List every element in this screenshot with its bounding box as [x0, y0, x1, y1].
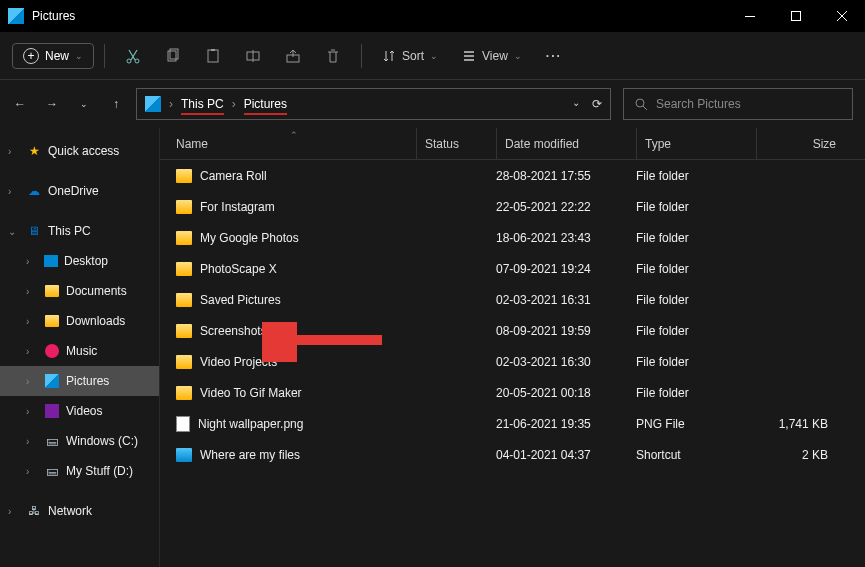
file-type: File folder [636, 200, 756, 214]
sidebar-item-documents[interactable]: ›Documents [0, 276, 159, 306]
chevron-right-icon[interactable]: › [8, 506, 20, 517]
table-row[interactable]: My Google Photos18-06-2021 23:43File fol… [160, 222, 865, 253]
close-button[interactable] [819, 0, 865, 32]
sidebar-item-downloads[interactable]: ›Downloads [0, 306, 159, 336]
sidebar-item-my-stuff-d-[interactable]: ›🖴My Stuff (D:) [0, 456, 159, 486]
sidebar-item-music[interactable]: ›Music [0, 336, 159, 366]
new-button[interactable]: + New ⌄ [12, 43, 94, 69]
file-name: Night wallpaper.png [198, 417, 303, 431]
maximize-button[interactable] [773, 0, 819, 32]
folder-icon [176, 293, 192, 307]
view-icon [462, 49, 476, 63]
sort-indicator-icon: ⌃ [290, 130, 298, 140]
address-bar[interactable]: › This PC › Pictures ⌄ ⟳ [136, 88, 611, 120]
up-button[interactable]: ↑ [108, 97, 124, 111]
sidebar-item-label: OneDrive [48, 184, 99, 198]
table-row[interactable]: For Instagram22-05-2021 22:22File folder [160, 191, 865, 222]
recent-button[interactable]: ⌄ [76, 99, 92, 109]
table-row[interactable]: Screenshots08-09-2021 19:59File folder [160, 315, 865, 346]
table-row[interactable]: Saved Pictures02-03-2021 16:31File folde… [160, 284, 865, 315]
folder-icon [176, 262, 192, 276]
file-date: 04-01-2021 04:37 [496, 448, 636, 462]
file-name: Screenshots [200, 324, 267, 338]
sidebar-item-onedrive[interactable]: ›☁OneDrive [0, 176, 159, 206]
sidebar-item-network[interactable]: ›🖧Network [0, 496, 159, 526]
view-button[interactable]: View ⌄ [452, 40, 532, 72]
cut-button[interactable] [115, 40, 151, 72]
rename-button[interactable] [235, 40, 271, 72]
refresh-button[interactable]: ⟳ [592, 97, 602, 111]
folder-icon [176, 169, 192, 183]
chevron-right-icon[interactable]: › [8, 186, 20, 197]
chevron-down-icon[interactable]: ⌄ [8, 226, 20, 237]
column-date[interactable]: Date modified [496, 128, 636, 159]
chevron-down-icon: ⌄ [75, 51, 83, 61]
sidebar-item-label: Desktop [64, 254, 108, 268]
chevron-right-icon[interactable]: › [26, 376, 38, 387]
column-type[interactable]: Type [636, 128, 756, 159]
chevron-right-icon[interactable]: › [26, 316, 38, 327]
address-dropdown-button[interactable]: ⌄ [572, 97, 580, 111]
file-list: Name ⌃ Status Date modified Type Size Ca… [160, 128, 865, 567]
chevron-down-icon: ⌄ [430, 51, 438, 61]
table-row[interactable]: Camera Roll28-08-2021 17:55File folder [160, 160, 865, 191]
sort-button[interactable]: Sort ⌄ [372, 40, 448, 72]
chevron-right-icon[interactable]: › [26, 346, 38, 357]
chevron-right-icon[interactable]: › [26, 466, 38, 477]
column-size[interactable]: Size [756, 128, 836, 159]
sidebar: ›★Quick access›☁OneDrive⌄🖥This PC›Deskto… [0, 128, 160, 567]
share-button[interactable] [275, 40, 311, 72]
svg-line-12 [643, 106, 647, 110]
separator [361, 44, 362, 68]
svg-rect-7 [211, 49, 215, 51]
table-row[interactable]: Video Projects02-03-2021 16:30File folde… [160, 346, 865, 377]
more-button[interactable]: ··· [536, 40, 572, 72]
table-row[interactable]: Where are my files04-01-2021 04:37Shortc… [160, 439, 865, 470]
delete-button[interactable] [315, 40, 351, 72]
sidebar-item-this-pc[interactable]: ⌄🖥This PC [0, 216, 159, 246]
back-button[interactable]: ← [12, 97, 28, 111]
chevron-right-icon[interactable]: › [26, 436, 38, 447]
forward-button[interactable]: → [44, 97, 60, 111]
chevron-right-icon[interactable]: › [26, 256, 38, 267]
file-type: File folder [636, 386, 756, 400]
sidebar-item-videos[interactable]: ›Videos [0, 396, 159, 426]
file-date: 08-09-2021 19:59 [496, 324, 636, 338]
minimize-button[interactable] [727, 0, 773, 32]
nav-row: ← → ⌄ ↑ › This PC › Pictures ⌄ ⟳ Search … [0, 80, 865, 128]
column-headers: Name ⌃ Status Date modified Type Size [160, 128, 865, 160]
plus-icon: + [23, 48, 39, 64]
sidebar-item-label: Quick access [48, 144, 119, 158]
column-status[interactable]: Status [416, 128, 496, 159]
file-type: File folder [636, 355, 756, 369]
search-placeholder: Search Pictures [656, 97, 741, 111]
search-input[interactable]: Search Pictures [623, 88, 853, 120]
separator [104, 44, 105, 68]
chevron-right-icon[interactable]: › [8, 146, 20, 157]
file-date: 18-06-2021 23:43 [496, 231, 636, 245]
sidebar-item-desktop[interactable]: ›Desktop [0, 246, 159, 276]
sidebar-item-windows-c-[interactable]: ›🖴Windows (C:) [0, 426, 159, 456]
sidebar-item-pictures[interactable]: ›Pictures [0, 366, 159, 396]
chevron-right-icon[interactable]: › [26, 406, 38, 417]
file-date: 20-05-2021 00:18 [496, 386, 636, 400]
breadcrumb-pictures[interactable]: Pictures [244, 97, 287, 111]
file-name: My Google Photos [200, 231, 299, 245]
copy-button[interactable] [155, 40, 191, 72]
search-icon [634, 97, 648, 111]
sidebar-item-label: Windows (C:) [66, 434, 138, 448]
sidebar-item-quick-access[interactable]: ›★Quick access [0, 136, 159, 166]
app-icon [8, 8, 24, 24]
new-label: New [45, 49, 69, 63]
svg-point-11 [636, 99, 644, 107]
folder-icon [176, 200, 192, 214]
breadcrumb-this-pc[interactable]: This PC [181, 97, 224, 111]
chevron-right-icon[interactable]: › [26, 286, 38, 297]
sidebar-item-label: This PC [48, 224, 91, 238]
paste-button[interactable] [195, 40, 231, 72]
table-row[interactable]: Night wallpaper.png21-06-2021 19:35PNG F… [160, 408, 865, 439]
table-row[interactable]: PhotoScape X07-09-2021 19:24File folder [160, 253, 865, 284]
sidebar-item-label: Network [48, 504, 92, 518]
table-row[interactable]: Video To Gif Maker20-05-2021 00:18File f… [160, 377, 865, 408]
file-icon [176, 416, 190, 432]
